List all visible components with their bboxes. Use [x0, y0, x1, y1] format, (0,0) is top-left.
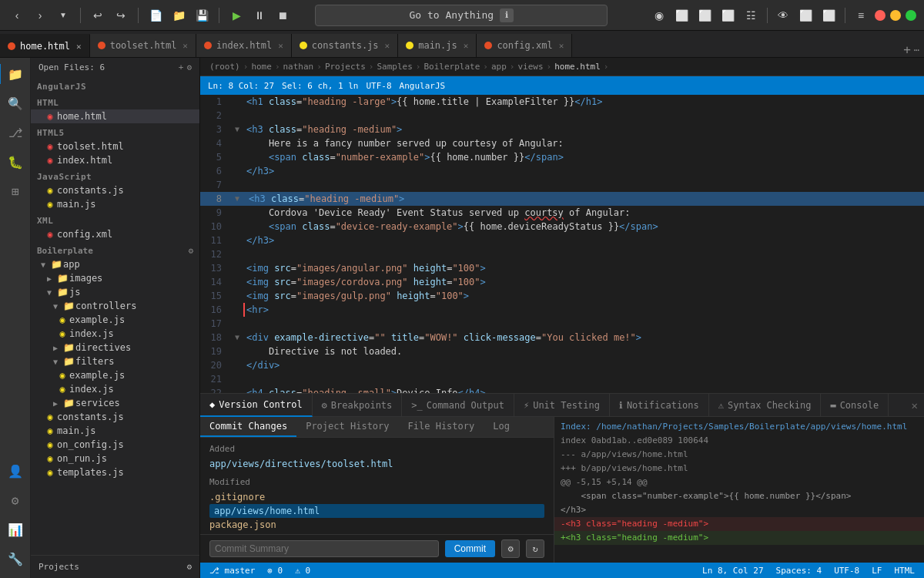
tree-folder-services[interactable]: ▶ 📁 services [31, 396, 199, 410]
breadcrumb-boilerplate[interactable]: Boilerplate [424, 62, 480, 72]
activity-chart[interactable]: 📊 [2, 516, 28, 543]
tree-folder-directives[interactable]: ▶ 📁 directives [31, 341, 199, 355]
activity-tools[interactable]: 🔧 [2, 546, 28, 572]
breadcrumb-root[interactable]: (root) [209, 62, 240, 72]
tree-folder-images[interactable]: ▶ 📁 images [31, 271, 199, 285]
panel-tab-version-control[interactable]: ◆ Version Control [200, 394, 313, 417]
maximize-button[interactable] [890, 10, 901, 21]
activity-explorer[interactable]: 📁 [2, 61, 28, 87]
panel-tab-command-output[interactable]: >_ Command Output [402, 394, 514, 417]
encoding-info[interactable]: UTF-8 [366, 81, 391, 91]
tree-item-index-js-filter[interactable]: ◉ index.js [31, 382, 199, 396]
pause-button[interactable]: ⏸ [249, 5, 270, 26]
fold-arrow-18[interactable]: ▼ [235, 331, 239, 344]
tree-item-index-js-ctrl[interactable]: ◉ index.js [31, 327, 199, 341]
panel-tab-breakpoints[interactable]: ⚙ Breakpoints [313, 394, 403, 417]
tree-folder-js[interactable]: ▼ 📁 js [31, 285, 199, 299]
boilerplate-header[interactable]: Boilerplate ⚙ [31, 241, 199, 257]
tree-item-toolset[interactable]: ◉ toolset.html [31, 139, 199, 153]
layout-button-2[interactable]: ⬜ [819, 5, 840, 26]
toggle-button-3[interactable]: ⬜ [695, 5, 716, 26]
activity-git[interactable]: ⎇ [2, 119, 28, 146]
tree-folder-filters[interactable]: ▼ 📁 filters [31, 355, 199, 368]
status-spaces[interactable]: Spaces: 4 [773, 566, 825, 576]
tab-add-button[interactable]: + [903, 42, 911, 57]
language-info[interactable]: AngularJS [400, 81, 446, 91]
ln-col-info[interactable]: Ln: 8 Col: 27 [208, 81, 274, 91]
tab-close-main[interactable]: ✕ [464, 41, 469, 51]
status-line-endings[interactable]: LF [869, 566, 885, 576]
status-language[interactable]: HTML [892, 566, 919, 576]
tab-main-js[interactable]: main.js ✕ [398, 34, 477, 57]
projects-header[interactable]: Projects ⚙ [31, 559, 199, 575]
commit-button[interactable]: Commit [445, 540, 495, 557]
tree-item-on-config[interactable]: ◉ on_config.js [31, 438, 199, 452]
panel-tab-notifications[interactable]: ℹ Notifications [610, 394, 709, 417]
status-git[interactable]: ⎇ master [206, 566, 258, 576]
breadcrumb-projects[interactable]: Projects [325, 62, 366, 72]
code-editor[interactable]: 1 <h1 class="heading -large">{{ home.tit… [200, 95, 924, 393]
eye-button[interactable]: 👁 [772, 5, 794, 26]
status-ln-col[interactable]: Ln 8, Col 27 [699, 566, 766, 576]
menu-button[interactable]: ≡ [850, 5, 872, 26]
breadcrumb-home[interactable]: home [251, 62, 272, 72]
stop-button[interactable]: ⏹ [272, 5, 293, 26]
fold-arrow-3[interactable]: ▼ [235, 123, 239, 136]
tree-item-constants-bottom[interactable]: ◉ constants.js [31, 410, 199, 424]
tree-item-example-js-filter[interactable]: ◉ example.js [31, 368, 199, 382]
tab-close-config[interactable]: ✕ [559, 41, 564, 51]
activity-user[interactable]: 👤 [2, 458, 28, 484]
status-errors[interactable]: ⊗ 0 [264, 566, 286, 576]
tree-group-angularjs[interactable]: AngularJS [31, 77, 199, 93]
tree-item-home-html[interactable]: ◉ home.html [31, 109, 199, 123]
toggle-button-2[interactable]: ⬜ [671, 5, 693, 26]
activity-settings[interactable]: ⚙ [2, 487, 28, 513]
tab-close-index[interactable]: ✕ [278, 41, 283, 51]
sidebar-new-file-icon[interactable]: + [179, 62, 184, 72]
breadcrumb-views[interactable]: views [517, 62, 543, 72]
tree-group-html[interactable]: HTML [31, 93, 199, 109]
panel-tab-console[interactable]: ▬ Console [821, 394, 889, 417]
breadcrumb-nathan[interactable]: nathan [283, 62, 314, 72]
tree-item-templates[interactable]: ◉ templates.js [31, 465, 199, 479]
tree-item-constants[interactable]: ◉ constants.js [31, 183, 199, 197]
tab-close-toolset[interactable]: ✕ [182, 41, 188, 51]
undo-button[interactable]: ↩ [87, 5, 109, 26]
log-tab[interactable]: Log [484, 417, 519, 437]
tab-home-html[interactable]: home.html ✕ [0, 34, 90, 57]
project-history-tab[interactable]: Project History [296, 417, 398, 437]
breadcrumb-samples[interactable]: Samples [377, 62, 412, 72]
tab-index-html[interactable]: index.html ✕ [196, 34, 292, 57]
back-button[interactable]: ‹ [6, 5, 28, 26]
tree-item-example-js-ctrl[interactable]: ◉ example.js [31, 313, 199, 327]
commit-file-gitignore[interactable]: .gitignore [209, 490, 544, 504]
breadcrumb-file[interactable]: home.html [554, 62, 601, 72]
fold-arrow-8[interactable]: ▼ [235, 192, 239, 206]
forward-button[interactable]: › [29, 5, 51, 26]
tree-item-main-js[interactable]: ◉ main.js [31, 197, 199, 211]
activity-debug[interactable]: 🐛 [2, 149, 28, 175]
run-button[interactable]: ▶ [226, 5, 247, 26]
save-button[interactable]: 💾 [191, 5, 213, 26]
history-button[interactable]: ▼ [52, 5, 74, 26]
toggle-button-4[interactable]: ⬜ [718, 5, 739, 26]
commit-summary-input[interactable] [209, 540, 439, 557]
panel-tab-syntax-checking[interactable]: ⚠ Syntax Checking [709, 394, 822, 417]
tree-item-config-xml[interactable]: ◉ config.xml [31, 227, 199, 241]
go-to-anything[interactable]: Go to Anything ℹ [315, 5, 608, 26]
tree-group-xml[interactable]: XML [31, 211, 199, 227]
redo-button[interactable]: ↪ [110, 5, 132, 26]
commit-icon-2[interactable]: ↻ [526, 539, 544, 558]
toggle-button-1[interactable]: ◉ [648, 5, 670, 26]
breadcrumb-app[interactable]: app [491, 62, 507, 72]
minimize-button[interactable] [875, 10, 886, 21]
tab-close-constants[interactable]: ✕ [385, 41, 390, 51]
diff-panel[interactable]: Index: /home/nathan/Projects/Samples/Boi… [554, 417, 924, 563]
sel-info[interactable]: Sel: 6 ch, 1 ln [282, 81, 358, 91]
commit-file-toolset[interactable]: app/views/directives/toolset.html [209, 457, 544, 471]
tree-group-js[interactable]: JavaScript [31, 167, 199, 183]
commit-file-package[interactable]: package.json [209, 518, 544, 532]
tree-folder-controllers[interactable]: ▼ 📁 controllers [31, 299, 199, 313]
tree-item-main-bottom[interactable]: ◉ main.js [31, 424, 199, 438]
file-history-tab[interactable]: File History [399, 417, 484, 437]
